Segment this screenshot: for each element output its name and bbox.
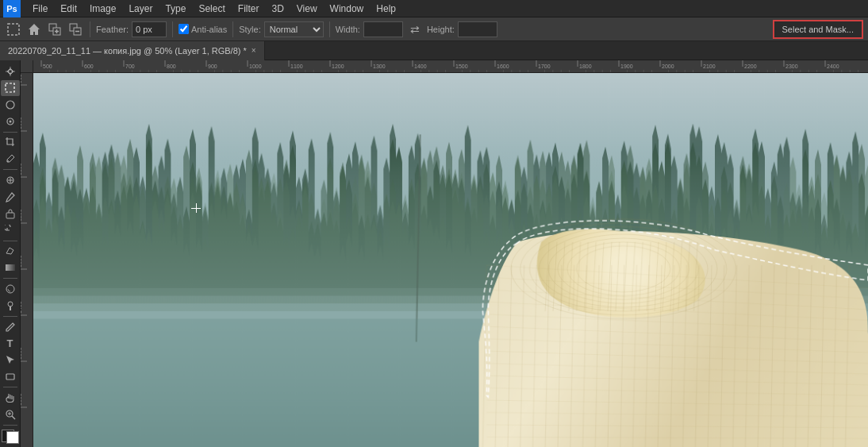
height-label: Height: <box>427 25 455 34</box>
tool-history[interactable] <box>1 222 20 238</box>
home-icon[interactable] <box>25 21 43 38</box>
svg-text:1800: 1800 <box>579 64 592 69</box>
svg-rect-8 <box>6 83 14 92</box>
svg-text:1100: 1100 <box>290 64 303 69</box>
svg-text:2200: 2200 <box>744 64 757 69</box>
toolbar-divider-1 <box>3 132 17 133</box>
svg-line-22 <box>12 416 15 419</box>
menu-view[interactable]: View <box>291 2 323 16</box>
width-input[interactable] <box>363 21 403 37</box>
menu-window[interactable]: Window <box>325 2 370 16</box>
svg-rect-20 <box>6 374 14 380</box>
svg-point-18 <box>8 302 13 306</box>
svg-text:1600: 1600 <box>497 64 509 69</box>
svg-text:1000: 1000 <box>21 117 22 129</box>
svg-text:1300: 1300 <box>21 255 22 268</box>
svg-text:500: 500 <box>43 64 52 69</box>
tool-crop[interactable] <box>1 134 20 150</box>
menu-file[interactable]: File <box>27 2 53 16</box>
menu-layer[interactable]: Layer <box>123 2 158 16</box>
ruler-top: 5006007008009001000110012001300140015001… <box>33 60 868 73</box>
toolbar-divider-4 <box>3 278 17 279</box>
feather-input[interactable] <box>132 21 167 37</box>
svg-rect-0 <box>8 24 19 35</box>
tool-dodge[interactable] <box>1 298 20 314</box>
tool-zoom[interactable] <box>1 407 20 422</box>
toolbar-divider-3 <box>3 241 17 241</box>
svg-text:2100: 2100 <box>703 64 716 69</box>
select-and-mask-button[interactable]: Select and Mask... <box>773 20 864 39</box>
menu-select[interactable]: Select <box>193 2 230 16</box>
tool-hand[interactable] <box>1 390 20 406</box>
canvas-container[interactable]: 5006007008009001000110012001300140015001… <box>21 60 868 447</box>
main-area: T 5006007008009001000110 <box>0 60 868 447</box>
menu-image[interactable]: Image <box>84 2 121 16</box>
svg-text:1500: 1500 <box>21 347 22 360</box>
svg-text:2300: 2300 <box>785 64 798 69</box>
height-input[interactable] <box>458 21 497 37</box>
tool-text[interactable]: T <box>1 336 20 352</box>
background-color-swatch[interactable] <box>6 431 19 444</box>
add-mode-icon[interactable] <box>46 21 63 38</box>
svg-text:2000: 2000 <box>662 64 674 69</box>
menu-bar: Ps File Edit Image Layer Type Select Fil… <box>0 0 868 17</box>
tool-stamp[interactable] <box>1 206 20 222</box>
tool-brush[interactable] <box>1 189 20 205</box>
svg-text:1000: 1000 <box>249 64 262 69</box>
document-tab[interactable]: 20220709_20_11_11 — копия.jpg @ 50% (Lay… <box>0 41 265 60</box>
tool-eyedropper[interactable] <box>1 151 20 167</box>
menu-3d[interactable]: 3D <box>266 2 289 16</box>
tool-quick-select[interactable] <box>1 114 20 129</box>
tool-rect-marquee-icon[interactable] <box>5 21 22 38</box>
svg-rect-16 <box>6 213 14 218</box>
tool-blur[interactable] <box>1 281 20 297</box>
svg-text:2400: 2400 <box>827 64 839 69</box>
svg-rect-17 <box>6 264 15 271</box>
tool-pen[interactable] <box>1 319 20 335</box>
divider-2 <box>172 21 173 37</box>
svg-text:1200: 1200 <box>21 209 22 222</box>
options-bar: Feather: Anti-alias Style: Normal Fixed … <box>0 17 868 41</box>
divider-1 <box>90 21 90 37</box>
tool-marquee[interactable] <box>1 80 20 96</box>
svg-point-9 <box>6 101 14 109</box>
canvas-viewport[interactable] <box>33 73 868 447</box>
subtract-mode-icon[interactable] <box>67 21 84 38</box>
style-select[interactable]: Normal Fixed Ratio Fixed Size <box>264 21 324 37</box>
svg-text:1500: 1500 <box>455 64 468 69</box>
svg-text:900: 900 <box>208 64 217 69</box>
swap-dimensions-icon[interactable]: ⇄ <box>406 21 424 38</box>
svg-text:600: 600 <box>84 64 94 69</box>
menu-type[interactable]: Type <box>159 2 191 16</box>
divider-4 <box>329 21 330 37</box>
menu-help[interactable]: Help <box>371 2 401 16</box>
svg-text:700: 700 <box>125 64 135 69</box>
width-label: Width: <box>336 25 360 34</box>
tab-close-button[interactable]: × <box>252 46 256 55</box>
svg-text:1200: 1200 <box>332 64 344 69</box>
svg-text:1400: 1400 <box>414 64 427 69</box>
tool-lasso[interactable] <box>1 97 20 113</box>
menu-filter[interactable]: Filter <box>232 2 265 16</box>
style-label: Style: <box>239 25 261 34</box>
anti-alias-label: Anti-alias <box>191 25 227 34</box>
tool-heal[interactable] <box>1 172 20 188</box>
ruler-left: 9001000110012001300140015001600 <box>21 73 33 447</box>
tool-path-select[interactable] <box>1 352 20 368</box>
svg-text:1900: 1900 <box>620 64 633 69</box>
tool-shape[interactable] <box>1 368 20 384</box>
anti-alias-checkbox[interactable] <box>179 24 189 34</box>
tool-gradient[interactable] <box>1 260 20 276</box>
toolbar-divider-5 <box>3 316 17 317</box>
svg-text:1100: 1100 <box>21 163 22 175</box>
tool-move[interactable] <box>1 64 20 79</box>
feather-label: Feather: <box>96 25 129 34</box>
toolbar-divider-6 <box>3 387 17 387</box>
toolbar-divider-7 <box>3 425 17 426</box>
svg-text:1700: 1700 <box>538 64 551 69</box>
svg-rect-146 <box>21 73 33 447</box>
menu-edit[interactable]: Edit <box>55 2 83 16</box>
svg-point-11 <box>9 120 11 122</box>
tool-eraser[interactable] <box>1 243 20 259</box>
svg-text:1400: 1400 <box>21 301 22 314</box>
